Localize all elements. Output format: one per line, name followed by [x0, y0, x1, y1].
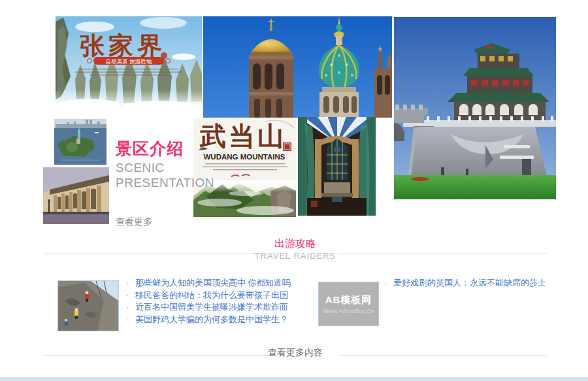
zhangjiajie-subtitle: 自然美景 旅游胜地 [106, 58, 152, 65]
gallery-image-wudang-poster[interactable]: 武当山 WUDANG MOUNTAINS [193, 118, 296, 217]
article-list-item: 近百名中国留美学生被曝涉嫌学术欺诈面 [126, 301, 283, 314]
wudang-subtitle: WUDANG MOUNTAINS [204, 153, 286, 161]
article-list-item: 移民爸爸的纠结：我为什么要带孩子出国 [126, 290, 283, 302]
article-link[interactable]: 那些鲜为人知的美国顶尖高中 你都知道吗 [135, 278, 291, 288]
savior-church-art [203, 16, 392, 118]
scenic-intro-block: 景区介绍 SCENIC PRESENTATION 查看更多 [116, 139, 193, 228]
article-list-item: 那些鲜为人知的美国顶尖高中 你都知道吗 [126, 277, 283, 290]
gallery-image-zhangjiajie-poster[interactable]: 张家界 自然美景 旅游胜地 [56, 16, 202, 118]
wudang-poster-art: 武当山 WUDANG MOUNTAINS [193, 118, 296, 217]
article-thumb-climbing[interactable] [57, 280, 119, 331]
placeholder-url-text: Www.AdminBuy.Cn [323, 308, 374, 314]
article-link[interactable]: 移民爸爸的纠结：我为什么要带孩子出国 [135, 290, 288, 300]
statue-of-liberty-art [54, 119, 106, 165]
wudang-title: 武当山 [199, 122, 286, 150]
climbing-photo-art [58, 281, 118, 331]
zhangjiajie-poster-art: 张家界 自然美景 旅游胜地 [56, 16, 202, 118]
museum-facade-art [43, 167, 109, 224]
zhangjiajie-fine-print [75, 69, 182, 76]
article-thumb-placeholder[interactable]: AB模板网 Www.AdminBuy.Cn [318, 282, 379, 326]
article-list-item: 爱好戏剧的英国人：永远不能缺席的莎士 [384, 277, 547, 290]
scenic-view-more-link[interactable]: 查看更多 [116, 216, 193, 228]
scenic-intro-title: 景区介绍 [116, 139, 193, 158]
footer-divider-left [44, 355, 274, 356]
travel-raiders-header: 出游攻略 TRAVEL RAIDERS [44, 237, 547, 263]
bottom-accent-bar [0, 377, 588, 381]
article-list-item: 美国野鸡大学骗的为何多数是中国学生？ [126, 314, 283, 326]
article-link[interactable]: 爱好戏剧的英国人：永远不能缺席的莎士 [393, 278, 546, 288]
footer-divider-right [338, 355, 547, 356]
article-list-right: 爱好戏剧的英国人：永远不能缺席的莎士 [384, 277, 547, 290]
header-divider-right [338, 254, 547, 254]
scenic-intro-subtitle: SCENIC PRESENTATION [116, 160, 193, 190]
header-divider-left [44, 254, 272, 254]
gallery-image-museum-facade[interactable] [43, 167, 109, 224]
article-link[interactable]: 美国野鸡大学骗的为何多数是中国学生？ [135, 314, 288, 324]
travel-raiders-title: 出游攻略 [44, 237, 547, 250]
gallery-image-statue-of-liberty[interactable] [54, 119, 106, 165]
gallery-image-savior-church[interactable] [203, 16, 392, 118]
placeholder-brand-text: AB模板网 [325, 294, 372, 306]
travel-raiders-subtitle: TRAVEL RAIDERS [44, 251, 547, 261]
footer-more-section: 查看更多内容 [44, 347, 547, 363]
view-more-content-link[interactable]: 查看更多内容 [44, 347, 547, 358]
zhangjiajie-title: 张家界 [80, 32, 166, 59]
gallery-image-cathedral-interior[interactable] [298, 117, 376, 216]
gallery-image-gate-tower[interactable] [394, 17, 556, 199]
article-list-left: 那些鲜为人知的美国顶尖高中 你都知道吗 移民爸爸的纠结：我为什么要带孩子出国 近… [126, 277, 283, 326]
article-link[interactable]: 近百名中国留美学生被曝涉嫌学术欺诈面 [135, 302, 288, 312]
gate-tower-art [394, 17, 556, 199]
cathedral-interior-art [298, 117, 376, 216]
